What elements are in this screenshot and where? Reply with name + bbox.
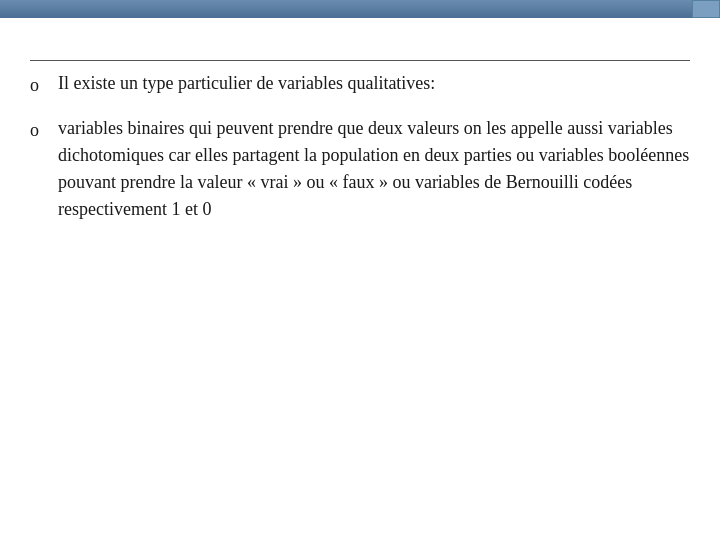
list-item: o Il existe un type particulier de varia… — [30, 70, 690, 99]
bullet-symbol-1: o — [30, 70, 58, 99]
corner-box — [692, 0, 720, 18]
list-item: o variables binaires qui peuvent prendre… — [30, 115, 690, 223]
bullet-text-1: Il existe un type particulier de variabl… — [58, 70, 690, 97]
top-bar — [0, 0, 720, 18]
bullet-list: o Il existe un type particulier de varia… — [30, 70, 690, 223]
bullet-text-2: variables binaires qui peuvent prendre q… — [58, 115, 690, 223]
content-area: o Il existe un type particulier de varia… — [30, 70, 690, 520]
bullet-symbol-2: o — [30, 115, 58, 144]
divider-line — [30, 60, 690, 61]
